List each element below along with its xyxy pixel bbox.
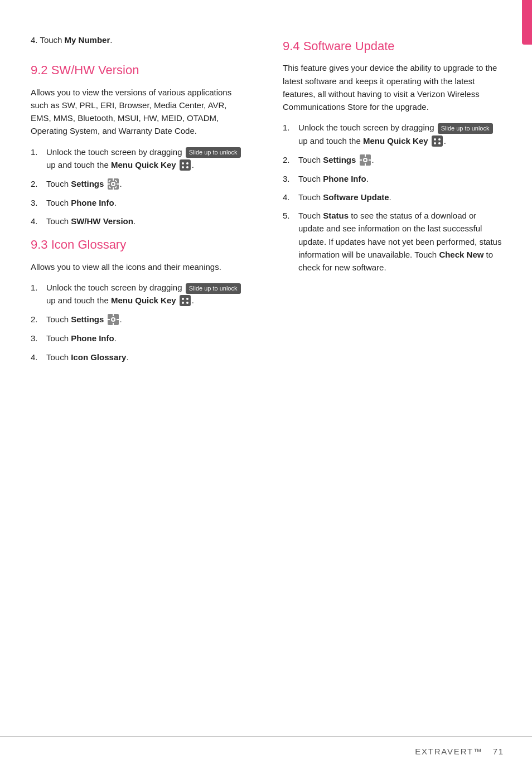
step-94-2: 2. Touch Settings . [283, 153, 504, 167]
step-content: Touch Status to see the status of a down… [298, 209, 504, 274]
section-93-body: Allows you to view all the icons and the… [31, 260, 249, 273]
step-num: 4. [283, 191, 298, 204]
step-94-1: 1. Unlock the touch screen by dragging S… [283, 121, 504, 147]
svg-rect-10 [108, 183, 110, 185]
step-93-1: 1. Unlock the touch screen by dragging S… [31, 281, 249, 307]
step-num: 2. [31, 177, 46, 190]
svg-rect-38 [360, 159, 362, 161]
step-content: Touch Phone Info. [46, 332, 249, 345]
step-content: Unlock the touch screen by dragging Slid… [46, 146, 249, 172]
svg-rect-37 [365, 163, 366, 166]
step-93-3: 3. Touch Phone Info. [31, 332, 249, 345]
sw-hw-label: SW/HW Version [71, 216, 133, 226]
step-num: 3. [283, 172, 298, 185]
step-content: Touch Phone Info. [298, 172, 504, 185]
step-92-1: 1. Unlock the touch screen by dragging S… [31, 146, 249, 172]
step-num: 4. [31, 215, 46, 227]
menu-quick-key-icon [179, 294, 191, 307]
menu-quick-key-label: Menu Quick Key [111, 160, 176, 170]
slide-badge: Slide up to unlock [438, 123, 493, 134]
menu-quick-key-label: Menu Quick Key [363, 136, 428, 146]
step-num: 3. [31, 332, 46, 345]
settings-gear-icon [107, 178, 119, 190]
right-column: 9.4 Software Update This feature gives y… [266, 0, 532, 765]
left-column: 4. Touch My Number. 9.2 SW/HW Version Al… [0, 0, 266, 765]
svg-point-32 [438, 142, 441, 144]
settings-label: Settings [71, 179, 104, 188]
slide-badge: Slide up to unlock [186, 283, 241, 294]
footer-brand: Extravert™ 71 [415, 747, 504, 756]
icon-glossary-label: Icon Glossary [71, 352, 126, 362]
menu-quick-key-icon [431, 135, 443, 147]
step-num: 1. [283, 121, 298, 134]
section-94-heading: 9.4 Software Update [283, 39, 504, 54]
step-92-3: 3. Touch Phone Info. [31, 196, 249, 209]
status-label: Status [323, 211, 349, 220]
step-94-4: 4. Touch Software Update. [283, 191, 504, 204]
menu-quick-key-label: Menu Quick Key [111, 296, 176, 305]
step-num: 4. [31, 351, 46, 364]
page-number: 71 [493, 747, 504, 756]
intro-text: 4. Touch My Number. [31, 35, 112, 45]
svg-rect-8 [113, 178, 114, 181]
check-new-label: Check New [439, 250, 483, 259]
svg-rect-25 [113, 323, 114, 325]
section-94-steps: 1. Unlock the touch screen by dragging S… [283, 121, 504, 274]
svg-point-18 [186, 298, 188, 300]
step-92-4: 4. Touch SW/HW Version. [31, 215, 249, 227]
section-94-body: This feature gives your device the abili… [283, 61, 504, 113]
svg-rect-26 [108, 319, 110, 320]
settings-gear-icon [359, 154, 371, 166]
step-content: Unlock the touch screen by dragging Slid… [46, 281, 249, 307]
svg-point-29 [434, 138, 436, 141]
step-num: 2. [283, 153, 298, 166]
step-num: 1. [31, 281, 46, 294]
step-content: Touch Settings . [46, 177, 249, 191]
step-94-5: 5. Touch Status to see the status of a d… [283, 209, 504, 274]
step-num: 5. [283, 209, 298, 222]
svg-point-1 [182, 162, 184, 164]
step-content: Unlock the touch screen by dragging Slid… [298, 121, 504, 147]
svg-rect-36 [365, 154, 366, 157]
svg-rect-0 [180, 159, 191, 171]
step-94-3: 3. Touch Phone Info. [283, 172, 504, 185]
software-update-label: Software Update [323, 192, 389, 202]
pink-tab [522, 0, 532, 45]
page: 4. Touch My Number. 9.2 SW/HW Version Al… [0, 0, 532, 765]
section-93-steps: 1. Unlock the touch screen by dragging S… [31, 281, 249, 364]
section-93-heading: 9.3 Icon Glossary [31, 238, 249, 252]
step-content: Touch Settings . [46, 313, 249, 326]
step-content: Touch Icon Glossary. [46, 351, 249, 364]
footer: Extravert™ 71 [0, 736, 532, 765]
section-92-body: Allows you to view the versions of vario… [31, 86, 249, 138]
svg-rect-28 [432, 135, 443, 147]
svg-point-19 [182, 302, 184, 304]
svg-point-17 [182, 298, 184, 300]
step-content: Touch SW/HW Version. [46, 215, 249, 227]
svg-point-35 [364, 159, 366, 161]
step-num: 2. [31, 313, 46, 326]
intro-bold: My Number [65, 35, 110, 45]
svg-point-20 [186, 302, 188, 304]
step-content: Touch Phone Info. [46, 196, 249, 209]
settings-label: Settings [323, 155, 356, 164]
svg-point-2 [186, 162, 188, 164]
svg-point-31 [434, 142, 436, 144]
svg-rect-16 [180, 295, 191, 306]
brand-name: Extravert [415, 747, 473, 756]
intro-step: 4. Touch My Number. [31, 33, 249, 46]
svg-point-4 [186, 166, 188, 168]
svg-rect-27 [117, 319, 119, 320]
svg-rect-11 [117, 183, 119, 185]
phone-info-label: Phone Info [71, 198, 114, 207]
settings-label: Settings [71, 314, 104, 324]
step-93-2: 2. Touch Settings . [31, 313, 249, 326]
step-num: 1. [31, 146, 46, 158]
svg-rect-39 [369, 159, 371, 161]
section-92-steps: 1. Unlock the touch screen by dragging S… [31, 146, 249, 228]
step-92-2: 2. Touch Settings [31, 177, 249, 191]
phone-info-label: Phone Info [71, 333, 114, 343]
step-content: Touch Software Update. [298, 191, 504, 204]
trademark-symbol: ™ [473, 747, 483, 756]
svg-point-23 [112, 318, 114, 321]
